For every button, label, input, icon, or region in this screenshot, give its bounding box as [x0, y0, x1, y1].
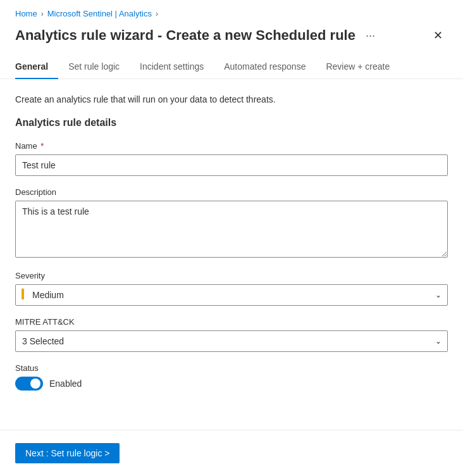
name-input[interactable] [15, 154, 448, 176]
status-label: Status [15, 363, 448, 373]
main-content: Create an analytics rule that will run o… [0, 79, 463, 417]
status-value-label: Enabled [49, 379, 82, 389]
name-required-star: * [39, 141, 44, 151]
next-button[interactable]: Next : Set rule logic > [15, 443, 120, 463]
name-field-group: Name * [15, 141, 448, 176]
severity-select[interactable]: Low Medium High Informational [15, 284, 448, 306]
breadcrumb-sep-2: › [156, 9, 158, 18]
tab-general[interactable]: General [15, 55, 58, 79]
toggle-track [15, 377, 43, 391]
tabs-nav: General Set rule logic Incident settings… [0, 55, 463, 79]
breadcrumb-sentinel[interactable]: Microsoft Sentinel | Analytics [47, 9, 152, 18]
intro-text: Create an analytics rule that will run o… [15, 94, 448, 104]
mitre-label: MITRE ATT&CK [15, 317, 448, 327]
toggle-thumb [30, 379, 40, 389]
tab-automated-response[interactable]: Automated response [214, 55, 316, 79]
more-options-icon[interactable]: ··· [362, 28, 379, 44]
breadcrumb: Home › Microsoft Sentinel | Analytics › [0, 0, 463, 23]
page-header-left: Analytics rule wizard - Create a new Sch… [15, 27, 379, 44]
close-icon: ✕ [433, 29, 443, 42]
severity-field-group: Severity Low Medium High Informational ⌄ [15, 271, 448, 306]
status-field-group: Status Enabled [15, 363, 448, 391]
mitre-select-wrapper: 3 Selected ⌄ [15, 330, 448, 352]
tab-incident-settings[interactable]: Incident settings [130, 55, 214, 79]
breadcrumb-home[interactable]: Home [15, 9, 37, 18]
description-label: Description [15, 187, 448, 197]
page-title: Analytics rule wizard - Create a new Sch… [15, 27, 355, 44]
description-field-group: Description This is a test rule [15, 187, 448, 260]
severity-label: Severity [15, 271, 448, 280]
section-title: Analytics rule details [15, 117, 448, 128]
status-row: Enabled [15, 377, 448, 391]
tab-set-rule-logic[interactable]: Set rule logic [58, 55, 130, 79]
close-button[interactable]: ✕ [428, 26, 448, 45]
tab-review-create[interactable]: Review + create [316, 55, 400, 79]
mitre-field-group: MITRE ATT&CK 3 Selected ⌄ [15, 317, 448, 352]
mitre-select[interactable]: 3 Selected [15, 330, 448, 352]
severity-select-wrapper: Low Medium High Informational ⌄ [15, 284, 448, 306]
page-header: Analytics rule wizard - Create a new Sch… [0, 23, 463, 55]
footer: Next : Set rule logic > [0, 430, 463, 476]
breadcrumb-sep-1: › [41, 9, 44, 18]
name-label: Name * [15, 141, 448, 151]
status-toggle[interactable] [15, 377, 43, 391]
description-textarea[interactable]: This is a test rule [15, 201, 448, 258]
